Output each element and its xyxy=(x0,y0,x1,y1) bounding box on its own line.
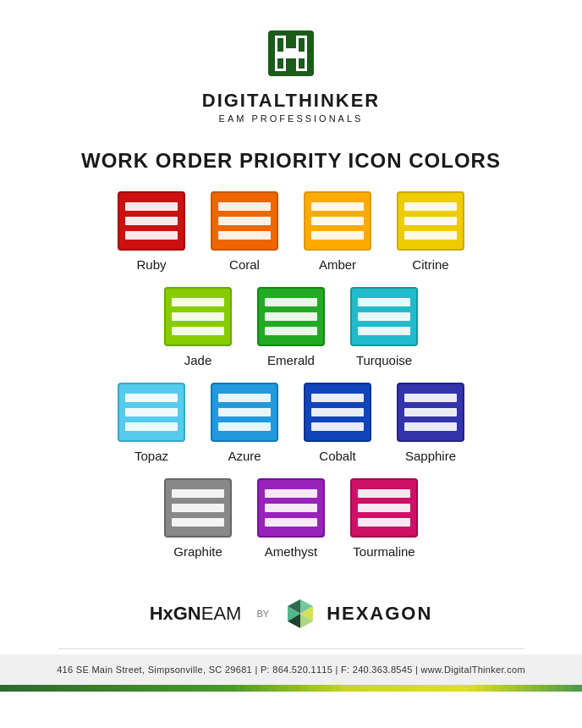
jade-label: Jade xyxy=(184,353,212,367)
icon-line xyxy=(125,231,178,240)
color-item-cobalt: Cobalt xyxy=(304,383,371,463)
color-item-coral: Coral xyxy=(211,191,278,272)
citrine-label: Citrine xyxy=(412,257,448,272)
icon-line xyxy=(311,422,364,431)
icon-line xyxy=(125,217,178,225)
brand-footer: HxGNEAM BY HEXAGON xyxy=(0,582,582,643)
icon-line xyxy=(265,518,317,527)
icon-line xyxy=(172,504,224,512)
sapphire-icon xyxy=(397,383,464,442)
color-row-1: Ruby Coral Amber Citrine xyxy=(118,191,464,272)
icon-line xyxy=(404,422,457,431)
color-item-amber: Amber xyxy=(304,191,371,272)
icon-line xyxy=(125,394,178,402)
logo-area: DIGITALTHINKER EAM PROFESSIONALS xyxy=(202,0,381,134)
icon-line xyxy=(311,231,364,240)
icon-line xyxy=(218,202,271,211)
hexagon-brand-text: HEXAGON xyxy=(327,603,432,625)
svg-rect-6 xyxy=(277,58,283,69)
by-label: BY xyxy=(256,609,269,619)
icon-line xyxy=(358,312,410,321)
icon-line xyxy=(358,518,410,527)
icon-line xyxy=(265,312,317,321)
color-item-topaz: Topaz xyxy=(118,383,185,463)
amber-label: Amber xyxy=(319,257,356,272)
color-item-graphite: Graphite xyxy=(164,478,232,559)
footer-gradient-bar xyxy=(0,685,582,692)
eam-text: EAM xyxy=(201,603,242,624)
color-item-tourmaline: Tourmaline xyxy=(350,478,418,559)
icon-line xyxy=(311,408,364,416)
icon-line xyxy=(265,504,317,512)
azure-label: Azure xyxy=(228,449,261,463)
icon-line xyxy=(358,504,410,512)
coral-icon xyxy=(211,191,278,251)
cobalt-label: Cobalt xyxy=(319,449,355,463)
icon-line xyxy=(265,489,317,498)
icon-line xyxy=(218,231,271,240)
topaz-label: Topaz xyxy=(135,449,168,463)
graphite-label: Graphite xyxy=(173,544,222,559)
icon-line xyxy=(358,489,410,498)
icon-line xyxy=(125,202,178,211)
icon-line xyxy=(404,231,457,240)
icon-line xyxy=(311,394,364,402)
icon-line xyxy=(358,327,410,335)
page-wrapper: DIGITALTHINKER EAM PROFESSIONALS WORK OR… xyxy=(0,0,582,692)
amber-icon xyxy=(304,191,371,251)
hxgn-brand: HxGNEAM xyxy=(150,603,242,625)
tourmaline-icon xyxy=(350,478,418,538)
color-item-turquoise: Turquoise xyxy=(350,287,418,367)
icon-line xyxy=(172,298,224,306)
color-row-3: Topaz Azure Cobalt Sapphire xyxy=(118,383,464,463)
footer-address: 416 SE Main Street, Simpsonville, SC 296… xyxy=(0,654,582,685)
icon-line xyxy=(265,327,317,335)
color-item-amethyst: Amethyst xyxy=(257,478,325,559)
icon-line xyxy=(404,394,457,402)
ruby-icon xyxy=(118,191,185,251)
icon-line xyxy=(172,489,224,498)
icon-line xyxy=(218,408,271,416)
color-item-jade: Jade xyxy=(164,287,232,367)
color-row-2: Jade Emerald Turquoise xyxy=(164,287,418,367)
brand-name: DIGITALTHINKER xyxy=(202,90,381,112)
emerald-icon xyxy=(257,287,325,346)
icon-line xyxy=(172,327,224,335)
amethyst-label: Amethyst xyxy=(265,544,318,559)
separator xyxy=(58,648,524,649)
color-item-ruby: Ruby xyxy=(118,191,185,272)
citrine-icon xyxy=(397,191,464,251)
icon-line xyxy=(125,408,178,416)
color-item-emerald: Emerald xyxy=(257,287,325,367)
icon-line xyxy=(172,518,224,527)
icon-line xyxy=(404,217,457,225)
digitalthinker-logo-icon xyxy=(261,24,321,83)
brand-sub: EAM PROFESSIONALS xyxy=(219,113,364,124)
icon-line xyxy=(218,394,271,402)
hexagon-logo-svg xyxy=(284,598,316,630)
icon-line xyxy=(172,312,224,321)
turquoise-label: Turquoise xyxy=(356,353,412,367)
color-item-sapphire: Sapphire xyxy=(397,383,464,463)
svg-rect-4 xyxy=(277,38,283,52)
tourmaline-label: Tourmaline xyxy=(353,544,415,559)
icon-line xyxy=(311,202,364,211)
amethyst-icon xyxy=(257,478,325,538)
coral-label: Coral xyxy=(229,257,260,272)
page-title: WORK ORDER PRIORITY ICON COLORS xyxy=(81,149,501,173)
icon-line xyxy=(218,422,271,431)
sapphire-label: Sapphire xyxy=(405,449,456,463)
color-item-citrine: Citrine xyxy=(397,191,464,272)
svg-rect-5 xyxy=(299,38,305,52)
cobalt-icon xyxy=(304,383,371,442)
turquoise-icon xyxy=(350,287,418,346)
icon-line xyxy=(311,217,364,225)
hxgn-text: HxGN xyxy=(150,603,201,624)
ruby-label: Ruby xyxy=(136,257,166,272)
svg-rect-7 xyxy=(299,58,305,69)
jade-icon xyxy=(164,287,232,346)
icon-line xyxy=(125,422,178,431)
icon-line xyxy=(358,298,410,306)
icon-line xyxy=(265,298,317,306)
icon-line xyxy=(218,217,271,225)
